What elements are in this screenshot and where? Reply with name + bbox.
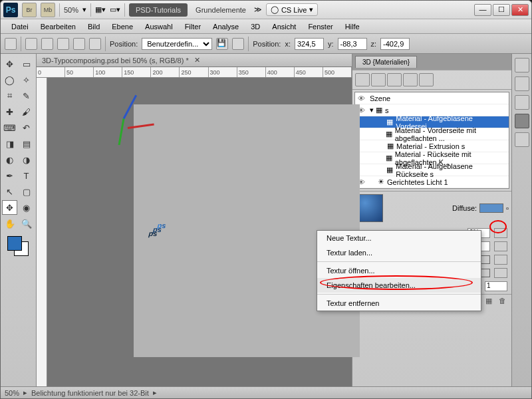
- diffuse-color-swatch[interactable]: [479, 203, 503, 213]
- zoom-display[interactable]: 50%: [64, 6, 78, 14]
- minimize-button[interactable]: —: [474, 4, 491, 16]
- scene-root[interactable]: Szene: [370, 94, 390, 102]
- maximize-button[interactable]: ☐: [493, 4, 510, 16]
- prop-ctl-3[interactable]: [494, 268, 507, 278]
- close-tab-icon[interactable]: ✕: [194, 56, 200, 65]
- opt-icon-5[interactable]: [89, 38, 101, 50]
- menu-bearbeiten[interactable]: Bearbeiten: [35, 21, 81, 32]
- close-button[interactable]: ✕: [511, 4, 529, 16]
- prop-ctl-0[interactable]: [494, 228, 507, 238]
- filter-icon-5[interactable]: [419, 73, 434, 86]
- brechung-field[interactable]: 1: [485, 281, 507, 291]
- options-bar: Position: Benutzerdefin... 💾 Position: x…: [1, 34, 531, 54]
- opt-icon-3[interactable]: [57, 38, 69, 50]
- ctx-textur-laden[interactable]: Textur laden...: [317, 245, 481, 260]
- zoom-tool[interactable]: 🔍: [19, 216, 34, 231]
- opt-icon-1[interactable]: [25, 38, 37, 50]
- type-tool[interactable]: T: [19, 168, 34, 183]
- menu-ansicht[interactable]: Ansicht: [267, 21, 301, 32]
- menu-datei[interactable]: Datei: [6, 21, 34, 32]
- strip-icon-3[interactable]: [515, 95, 529, 110]
- strip-icon-4[interactable]: [515, 114, 529, 128]
- opt-icon-6[interactable]: [232, 38, 244, 50]
- move-tool[interactable]: ✥: [2, 57, 17, 71]
- save-icon[interactable]: 💾: [216, 38, 228, 50]
- menu-fenster[interactable]: Fenster: [303, 21, 338, 32]
- wand-tool[interactable]: ✧: [19, 72, 34, 87]
- badge-mb[interactable]: Mb: [41, 3, 55, 17]
- filter-icon-2[interactable]: [371, 73, 386, 86]
- menu-analyse[interactable]: Analyse: [207, 21, 244, 32]
- eye-icon[interactable]: 👁: [358, 94, 367, 102]
- status-zoom[interactable]: 50%: [5, 389, 19, 397]
- strip-icon-5[interactable]: [515, 132, 529, 147]
- document-tab[interactable]: 3D-Typocomposing.psd bei 50% (s, RGB/8) …: [37, 54, 352, 67]
- scene-tree[interactable]: 👁Szene 👁▾ ▦ s ▦ Material - Aufgeblasene …: [354, 92, 509, 189]
- brush-tool[interactable]: 🖌: [19, 104, 34, 119]
- pos-y-input[interactable]: [338, 38, 367, 50]
- cs-live-button[interactable]: ◯CS Live▾: [266, 3, 319, 16]
- history-brush-tool[interactable]: ↶: [19, 120, 34, 135]
- material-row-4[interactable]: ▦ Material - Aufgeblasene Rückseite s: [355, 164, 509, 176]
- workspace-tab-2[interactable]: Grundelemente: [192, 3, 250, 17]
- material-row-1[interactable]: ▦ Material - Vorderseite mit abgeflachte…: [355, 128, 509, 140]
- tool-preset-icon[interactable]: [5, 38, 17, 50]
- gradient-tool[interactable]: ▤: [19, 136, 34, 151]
- eyedropper-tool[interactable]: ✎: [19, 88, 34, 103]
- crop-tool[interactable]: ⌗: [2, 88, 17, 103]
- marquee-tool[interactable]: ▭: [19, 57, 34, 71]
- ctx-eigenschaften-bearbeiten[interactable]: Eigenschaften bearbeiten...: [317, 278, 481, 293]
- 3d-tool[interactable]: ✥: [2, 200, 17, 215]
- prop-ctl-2[interactable]: [494, 255, 507, 265]
- heal-tool[interactable]: ✚: [2, 104, 17, 119]
- lasso-tool[interactable]: ◯: [2, 72, 17, 87]
- filter-icon-4[interactable]: [403, 73, 418, 86]
- diffuse-texture-button[interactable]: ▫: [506, 204, 509, 212]
- pen-tool[interactable]: ✒: [2, 168, 17, 183]
- workspace-tab-1[interactable]: PSD-Tutorials: [129, 3, 188, 17]
- eraser-tool[interactable]: ◨: [2, 136, 17, 151]
- ctx-neue-textur[interactable]: Neue Textur...: [317, 231, 481, 245]
- menu-ebene[interactable]: Ebene: [106, 21, 138, 32]
- menu-filter[interactable]: Filter: [180, 21, 206, 32]
- prop-ctl-1[interactable]: [494, 241, 507, 251]
- strip-icon-2[interactable]: [515, 76, 529, 91]
- opt-icon-2[interactable]: [41, 38, 53, 50]
- trash-icon[interactable]: 🗑: [497, 297, 507, 305]
- strip-icon-1[interactable]: [515, 58, 529, 72]
- menu-3d[interactable]: 3D: [245, 21, 265, 32]
- badge-br[interactable]: Br: [22, 3, 37, 17]
- status-bar: 50% ▸ Belichtung funktioniert nur bei 32…: [1, 386, 531, 398]
- menu-auswahl[interactable]: Auswahl: [140, 21, 178, 32]
- filter-icon-1[interactable]: [355, 73, 370, 86]
- ctx-textur-oeffnen[interactable]: Textur öffnen...: [317, 263, 481, 278]
- pos-z-input[interactable]: [380, 38, 410, 50]
- 3d-camera-tool[interactable]: ◉: [19, 200, 34, 215]
- ruler-horizontal: 050100150200250300350400450500: [37, 67, 352, 78]
- dodge-tool[interactable]: ◑: [19, 152, 34, 167]
- screen-icon[interactable]: ▭▾: [110, 5, 120, 14]
- new-icon[interactable]: ▦: [483, 297, 494, 305]
- panel-tab-3d[interactable]: 3D {Materialien}: [355, 56, 417, 68]
- menu-bild[interactable]: Bild: [82, 21, 105, 32]
- 3d-text-object[interactable]: ps: [155, 131, 174, 254]
- scene-node-s[interactable]: s: [385, 106, 389, 114]
- position-label: Position:: [110, 40, 138, 48]
- canvas[interactable]: ps: [47, 78, 352, 386]
- hand-tool[interactable]: ✋: [2, 216, 17, 231]
- color-swatch[interactable]: [7, 236, 30, 253]
- ctx-textur-entfernen[interactable]: Textur entfernen: [317, 296, 481, 311]
- shape-tool[interactable]: ▢: [19, 184, 34, 199]
- more-workspaces[interactable]: ≫: [254, 5, 262, 14]
- stamp-tool[interactable]: ⌨: [2, 120, 17, 135]
- filter-icon-3[interactable]: [387, 73, 402, 86]
- position-dropdown[interactable]: Benutzerdefin...: [142, 38, 212, 50]
- menu-hilfe[interactable]: Hilfe: [340, 21, 365, 32]
- opt-icon-4[interactable]: [73, 38, 85, 50]
- path-tool[interactable]: ↖: [2, 184, 17, 199]
- layout-icon[interactable]: ▦▾: [95, 5, 106, 14]
- pos-x-input[interactable]: [295, 38, 324, 50]
- light-row-0[interactable]: 👁☀ Gerichtetes Licht 1: [355, 176, 509, 188]
- blur-tool[interactable]: ◐: [2, 152, 17, 167]
- panel-strip: [511, 54, 531, 386]
